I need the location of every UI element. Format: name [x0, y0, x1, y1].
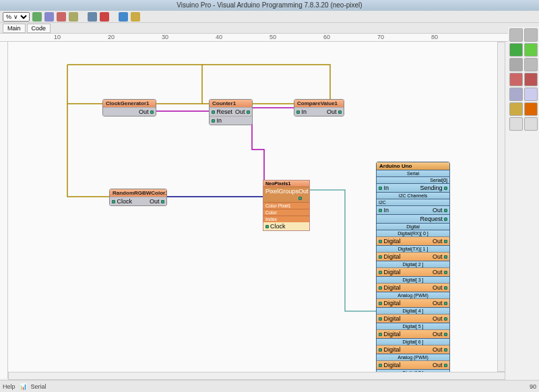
- main-toolbar: % ∨: [0, 11, 539, 23]
- arduino-pin-row[interactable]: DigitalOut: [377, 345, 449, 354]
- tab-bar: Main Code: [0, 23, 539, 34]
- scrollbar-vertical[interactable]: [497, 42, 505, 372]
- zoom-select[interactable]: % ∨: [3, 12, 30, 22]
- arduino-pin-label: Digital[ 4 ]: [377, 307, 449, 314]
- grid-icon[interactable]: [69, 12, 78, 22]
- palette-item[interactable]: [524, 102, 538, 116]
- pin-out[interactable]: [338, 110, 342, 114]
- node-counter[interactable]: Counter1 ResetOut In: [209, 99, 253, 125]
- pin-reset[interactable]: [212, 110, 215, 114]
- delete-icon[interactable]: [100, 12, 109, 22]
- status-help[interactable]: Help: [3, 383, 15, 390]
- pin-out[interactable]: [444, 187, 447, 190]
- arduino-pin-row[interactable]: DigitalOut: [377, 314, 449, 323]
- pin-out[interactable]: [161, 200, 164, 203]
- arduino-pin-label: Digital[ 2 ]: [377, 261, 449, 267]
- palette-item[interactable]: [509, 117, 523, 131]
- tab-main[interactable]: Main: [3, 24, 26, 33]
- pin-in[interactable]: [296, 110, 300, 114]
- pin-out[interactable]: [247, 110, 250, 114]
- palette-item[interactable]: [524, 58, 538, 71]
- ruler-vertical: [0, 42, 8, 379]
- pin-in[interactable]: [379, 187, 382, 190]
- component-palette: [508, 27, 539, 132]
- palette-item[interactable]: [509, 73, 523, 86]
- arrow-icon[interactable]: [32, 12, 42, 22]
- ruler-horizontal: 10 20 30 40 50 60 70 80: [0, 34, 539, 42]
- arduino-pin-label: Digital[ 5 ]: [377, 323, 449, 329]
- arduino-pin-row[interactable]: DigitalOut: [377, 267, 449, 276]
- palette-item[interactable]: [509, 28, 523, 42]
- node-title: Arduino Uno: [377, 162, 449, 170]
- pin-in[interactable]: [212, 119, 215, 123]
- info-icon[interactable]: [119, 12, 128, 22]
- arduino-pin-row[interactable]: DigitalOut: [377, 236, 449, 245]
- pin-in[interactable]: [379, 209, 382, 212]
- magnify-icon[interactable]: [44, 12, 54, 22]
- arduino-pin-label: Digital[ 6 ]: [377, 338, 449, 345]
- node-title: RandomRGBWColor1: [110, 189, 166, 197]
- close-icon[interactable]: [57, 12, 66, 22]
- palette-item[interactable]: [524, 28, 538, 42]
- pin-clock[interactable]: [112, 200, 115, 203]
- arduino-pin-label: Analog (PWM): [377, 354, 449, 360]
- arduino-pin-row[interactable]: DigitalOut: [377, 283, 449, 292]
- arduino-pin-label: Digital(TX)[ 1 ]: [377, 245, 449, 252]
- status-serial[interactable]: Serial: [31, 383, 46, 390]
- palette-item[interactable]: [524, 88, 538, 101]
- pin-out[interactable]: [444, 209, 447, 212]
- palette-item[interactable]: [509, 58, 523, 71]
- window-title: Visuino Pro - Visual Arduino Programming…: [0, 0, 539, 11]
- palette-item[interactable]: [524, 43, 538, 57]
- node-neopixels[interactable]: NeoPixels1 PixelGroupsOut Color Pixel1 C…: [263, 180, 310, 231]
- palette-item[interactable]: [509, 88, 523, 101]
- node-randomcolor[interactable]: RandomRGBWColor1 ClockOut: [109, 189, 167, 206]
- arduino-pin-label: Analog (PWM): [377, 292, 449, 298]
- node-title: ClockGenerator1: [103, 100, 156, 107]
- moon-icon[interactable]: [131, 12, 140, 22]
- arduino-pin-row[interactable]: DigitalOut: [377, 329, 449, 338]
- node-clockgenerator[interactable]: ClockGenerator1 Out: [102, 99, 156, 117]
- node-icon[interactable]: [88, 12, 97, 22]
- palette-item[interactable]: [524, 117, 538, 131]
- arduino-pin-row[interactable]: DigitalOut: [377, 360, 449, 369]
- arduino-pin-row[interactable]: DigitalOut: [377, 298, 449, 307]
- palette-item[interactable]: [509, 102, 523, 116]
- node-title: Counter1: [210, 100, 252, 107]
- node-arduino-uno[interactable]: Arduino Uno Serial Serial[0] InSending I…: [376, 162, 450, 379]
- scrollbar-horizontal[interactable]: [8, 372, 505, 380]
- pin-req[interactable]: [444, 218, 447, 221]
- pin-out[interactable]: [298, 197, 302, 200]
- arduino-pin-row[interactable]: DigitalOut: [377, 252, 449, 261]
- pin-clock[interactable]: [265, 225, 269, 228]
- status-coord: 90: [530, 383, 536, 390]
- palette-item[interactable]: [524, 73, 538, 86]
- status-bar: Help 📊Serial 90: [0, 380, 539, 392]
- node-title: CompareValue1: [294, 100, 344, 107]
- node-comparevalue[interactable]: CompareValue1 InOut: [294, 99, 344, 117]
- arduino-pin-label: Digital[ 3 ]: [377, 276, 449, 283]
- design-canvas[interactable]: ClockGenerator1 Out Counter1 ResetOut In…: [8, 42, 505, 379]
- node-title: NeoPixels1: [263, 181, 309, 187]
- pin-out[interactable]: [150, 110, 154, 114]
- palette-item[interactable]: [509, 43, 523, 57]
- tab-code[interactable]: Code: [27, 24, 51, 33]
